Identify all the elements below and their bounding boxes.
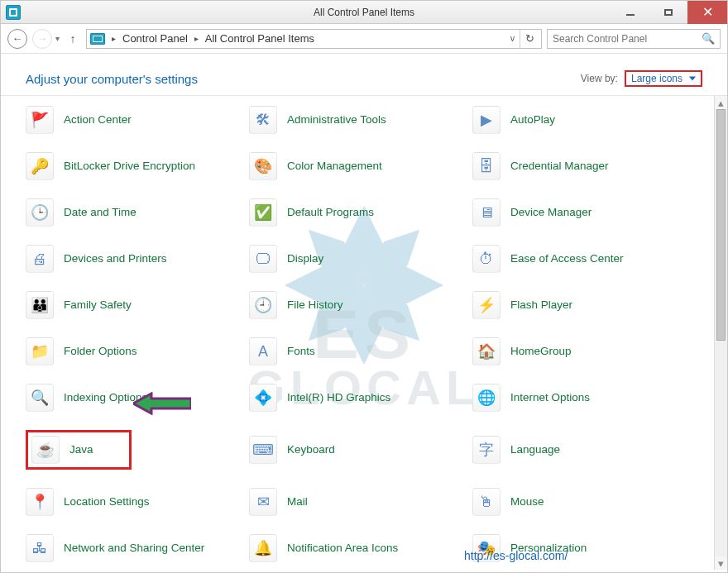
item-label: Mouse: [510, 495, 544, 509]
item-label: HomeGroup: [510, 345, 572, 358]
viewby-dropdown[interactable]: Large icons: [625, 70, 702, 87]
item-label: Ease of Access Center: [510, 252, 624, 265]
search-input[interactable]: [553, 33, 698, 45]
control-panel-item[interactable]: 🖵Display: [249, 245, 472, 273]
refresh-button[interactable]: ↻: [520, 30, 539, 48]
item-icon: 👪: [26, 291, 54, 319]
address-icon: [90, 33, 105, 45]
control-panel-item[interactable]: 💠Intel(R) HD Graphics: [249, 384, 472, 412]
control-panel-item[interactable]: 📍Location Settings: [26, 488, 249, 516]
item-label: Location Settings: [64, 495, 150, 509]
item-icon: ⌨: [249, 436, 277, 464]
item-icon: ⏱: [472, 245, 500, 273]
minimize-button[interactable]: [611, 1, 649, 24]
control-panel-item[interactable]: ▶AutoPlay: [472, 106, 696, 134]
control-panel-item[interactable]: 🖧Network and Sharing Center: [26, 534, 249, 562]
control-panel-item[interactable]: 🕘File History: [249, 291, 472, 319]
maximize-button[interactable]: [649, 1, 687, 24]
item-label: Folder Options: [64, 345, 137, 358]
control-panel-item[interactable]: 🔔Notification Area Icons: [249, 534, 472, 562]
item-icon: 🗄: [472, 152, 500, 180]
item-label: Flash Player: [510, 298, 572, 312]
control-panel-item[interactable]: 🗄Credential Manager: [472, 152, 696, 180]
control-panel-item[interactable]: 🔑BitLocker Drive Encryption: [26, 152, 249, 180]
item-icon: 🔑: [26, 152, 54, 180]
subheader: Adjust your computer's settings View by:…: [1, 54, 727, 96]
item-label: Date and Time: [64, 206, 136, 219]
item-label: Display: [287, 252, 323, 265]
item-icon: 🔍: [26, 384, 54, 412]
item-icon: 🖥: [472, 198, 500, 227]
up-button[interactable]: ↑: [65, 31, 81, 47]
viewby-value: Large icons: [631, 73, 682, 84]
annotation-url: http://es-glocal.com/: [464, 549, 568, 562]
item-icon: 🖨: [26, 245, 54, 273]
control-panel-item[interactable]: 字Language: [472, 430, 696, 470]
item-label: Keyboard: [287, 443, 335, 456]
item-icon: 🎨: [249, 152, 277, 180]
scrollbar-thumb[interactable]: [716, 109, 726, 341]
item-icon: ▶: [472, 106, 500, 134]
item-icon: ✅: [249, 198, 277, 227]
content-area: 🚩Action Center🛠Administrative Tools▶Auto…: [1, 96, 727, 570]
search-box[interactable]: 🔍: [547, 29, 721, 49]
item-icon: 🛠: [249, 106, 277, 134]
control-panel-item[interactable]: ✉Mail: [249, 488, 472, 516]
item-icon: 🚩: [26, 106, 54, 134]
close-button[interactable]: ✕: [687, 1, 727, 24]
item-label: File History: [287, 298, 343, 312]
item-icon: 🕒: [26, 198, 54, 227]
item-icon: 字: [472, 436, 500, 464]
breadcrumb[interactable]: All Control Panel Items: [202, 32, 318, 45]
title-bar: All Control Panel Items ✕: [1, 1, 727, 24]
control-panel-item[interactable]: 🖨Devices and Printers: [26, 245, 249, 273]
scroll-up-icon[interactable]: ▴: [715, 96, 727, 109]
item-label: Mail: [287, 495, 308, 509]
back-button[interactable]: ←: [7, 29, 27, 49]
item-label: Fonts: [287, 345, 315, 358]
page-heading: Adjust your computer's settings: [26, 72, 198, 86]
breadcrumb-separator-icon: ▸: [191, 34, 202, 43]
control-panel-item[interactable]: 🚩Action Center: [26, 106, 249, 134]
item-icon: ✉: [249, 488, 277, 516]
item-label: Default Programs: [287, 206, 374, 219]
address-dropdown-icon[interactable]: v: [510, 34, 515, 43]
search-icon: 🔍: [702, 32, 715, 45]
item-icon: ☕: [31, 436, 60, 464]
viewby-label: View by:: [581, 73, 618, 84]
vertical-scrollbar[interactable]: ▴ ▾: [714, 96, 727, 570]
item-label: Java: [69, 443, 93, 456]
item-icon: A: [249, 337, 277, 365]
item-label: BitLocker Drive Encryption: [64, 160, 195, 173]
scroll-down-icon[interactable]: ▾: [715, 556, 727, 570]
control-panel-item[interactable]: AFonts: [249, 337, 472, 365]
item-icon: 📁: [26, 337, 54, 365]
item-icon: 🖧: [26, 534, 54, 562]
item-icon: 🖵: [249, 245, 277, 273]
control-panel-item[interactable]: 🎨Color Management: [249, 152, 472, 180]
address-bar[interactable]: ▸ Control Panel ▸ All Control Panel Item…: [86, 29, 542, 49]
control-panel-item[interactable]: 🌐Internet Options: [472, 384, 696, 412]
control-panel-item[interactable]: ⏱Ease of Access Center: [472, 245, 696, 273]
item-icon: 🏠: [472, 337, 500, 365]
control-panel-item[interactable]: 🕒Date and Time: [26, 198, 249, 227]
control-panel-item[interactable]: 🖥Device Manager: [472, 198, 696, 227]
forward-button[interactable]: →: [32, 29, 52, 49]
control-panel-item[interactable]: 📁Folder Options: [26, 337, 249, 365]
item-label: Action Center: [64, 113, 132, 127]
control-panel-item[interactable]: 🛠Administrative Tools: [249, 106, 472, 134]
control-panel-item[interactable]: ☕Java: [26, 430, 132, 470]
control-panel-item[interactable]: ✅Default Programs: [249, 198, 472, 227]
control-panel-item[interactable]: 🏠HomeGroup: [472, 337, 696, 365]
control-panel-item[interactable]: 👪Family Safety: [26, 291, 249, 319]
item-icon: ⚡: [472, 291, 500, 319]
control-panel-item[interactable]: ⚡Flash Player: [472, 291, 696, 319]
control-panel-item[interactable]: 🖱Mouse: [472, 488, 696, 516]
item-label: Color Management: [287, 160, 382, 173]
svg-marker-8: [133, 394, 191, 413]
control-panel-item[interactable]: ⌨Keyboard: [249, 430, 472, 470]
item-icon: 🖱: [472, 488, 500, 516]
navigation-bar: ← → ▾ ↑ ▸ Control Panel ▸ All Control Pa…: [1, 24, 727, 54]
history-dropdown-icon[interactable]: ▾: [55, 34, 60, 43]
breadcrumb[interactable]: Control Panel: [119, 32, 191, 45]
